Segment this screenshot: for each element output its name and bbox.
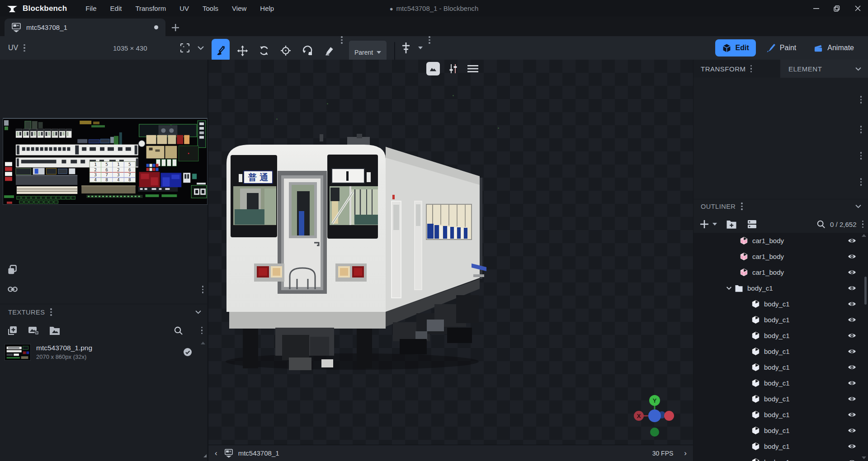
eye-visibility-icon[interactable] [848, 396, 856, 402]
mode-paint-button[interactable]: Paint [760, 39, 803, 56]
eye-visibility-icon[interactable] [848, 364, 856, 370]
search-icon[interactable] [816, 220, 826, 229]
eye-visibility-icon[interactable] [848, 459, 856, 461]
add-caret-icon[interactable] [712, 223, 717, 226]
outliner-list-menu-icon[interactable] [862, 221, 864, 228]
eye-visibility-icon[interactable] [848, 269, 856, 275]
background-image-icon[interactable] [426, 62, 440, 75]
outliner-scroll-down-icon[interactable] [862, 456, 866, 459]
eye-visibility-icon[interactable] [848, 348, 856, 354]
eye-visibility-icon[interactable] [848, 412, 856, 418]
mode-edit-button[interactable]: Edit [715, 39, 756, 56]
eye-visibility-icon[interactable] [848, 317, 856, 323]
outliner-view-toggle-icon[interactable] [747, 219, 757, 229]
eye-visibility-icon[interactable] [848, 443, 856, 449]
previous-model-arrow[interactable]: ‹ [208, 449, 224, 458]
mode-animate-button[interactable]: Animate [807, 39, 861, 56]
eye-visibility-icon[interactable] [848, 333, 856, 339]
minimize-button[interactable] [806, 0, 826, 17]
menu-item-uv[interactable]: UV [173, 1, 196, 16]
chevron-down-icon[interactable] [197, 36, 204, 60]
vertex-snap-tool-button[interactable] [212, 39, 230, 62]
mirror-menu-icon[interactable] [429, 36, 430, 60]
add-cube-icon[interactable] [700, 220, 709, 229]
uv-panel-menu-icon[interactable] [24, 44, 25, 52]
tab-transform[interactable]: TRANSFORM [693, 60, 780, 78]
outliner-item[interactable]: car1_body [693, 264, 868, 280]
menu-item-help[interactable]: Help [253, 1, 281, 16]
outliner-scrollbar[interactable] [864, 277, 867, 305]
mirror-toggle-icon[interactable] [401, 36, 411, 60]
uv-subpanel-menu-icon[interactable] [202, 286, 204, 293]
search-icon[interactable] [174, 326, 183, 335]
chevron-down-icon[interactable] [726, 286, 732, 290]
new-tab-button[interactable] [165, 19, 185, 36]
eye-visibility-icon[interactable] [848, 254, 856, 259]
3d-viewport[interactable]: 普 通 [208, 60, 693, 461]
transform-row-menu-icon[interactable] [860, 96, 862, 103]
outliner-item[interactable]: car1_body [693, 249, 868, 264]
gizmo-y-negative-ball[interactable] [650, 428, 659, 437]
texture-folder-icon[interactable] [49, 325, 61, 335]
menu-item-edit[interactable]: Edit [104, 1, 129, 16]
edit-pen-tool-button[interactable] [320, 39, 338, 62]
menu-item-transform[interactable]: Transform [128, 1, 173, 16]
outliner-item[interactable]: body_c1 [693, 296, 868, 312]
outliner-item[interactable]: body_c1 [693, 375, 868, 391]
outliner-item[interactable]: body_c1 [693, 312, 868, 328]
outliner-item[interactable]: body_c1 [693, 407, 868, 423]
textures-header[interactable]: TEXTURES [0, 304, 208, 320]
outliner-item[interactable]: body_c1 [693, 280, 868, 296]
outliner-item[interactable]: body_c1 [693, 438, 868, 454]
texture-list-scroll-up-icon[interactable] [201, 342, 205, 344]
train-model[interactable]: 普 通 [221, 133, 510, 373]
link-texture-icon[interactable] [6, 284, 19, 295]
uv-texture-preview[interactable]: 1515 2626 3737 4848 [3, 118, 208, 205]
uv-frame-view-button[interactable] [180, 36, 190, 60]
move-tool-button[interactable] [233, 39, 251, 62]
outliner-item[interactable]: body_c1 [693, 391, 868, 407]
copy-paste-icon[interactable] [6, 264, 18, 276]
rotate-view-tool-button[interactable] [298, 39, 316, 62]
eye-visibility-icon[interactable] [848, 380, 856, 386]
eye-visibility-icon[interactable] [848, 428, 856, 433]
import-texture-icon[interactable] [28, 325, 39, 336]
menu-item-tools[interactable]: Tools [196, 1, 225, 16]
orientation-gizmo[interactable]: Y X [627, 389, 682, 443]
outliner-item[interactable]: body_c1 [693, 423, 868, 438]
transform-row-menu-icon[interactable] [860, 126, 862, 133]
create-texture-icon[interactable] [7, 325, 18, 336]
panel-resize-handle[interactable] [203, 454, 207, 457]
outliner-item[interactable]: body_c1 [693, 343, 868, 359]
restore-button[interactable] [826, 0, 847, 17]
transform-row-menu-icon[interactable] [860, 152, 862, 160]
menu-item-file[interactable]: File [79, 1, 103, 16]
project-tab[interactable]: mtc543708_1 [5, 19, 165, 36]
outliner-item[interactable]: body_c1 [693, 454, 868, 461]
next-model-arrow[interactable]: › [678, 449, 693, 458]
add-group-icon[interactable] [726, 220, 737, 229]
pivot-tool-button[interactable] [277, 39, 295, 62]
menu-item-view[interactable]: View [225, 1, 253, 16]
tab-element[interactable]: ELEMENT [780, 60, 868, 78]
eye-visibility-icon[interactable] [848, 285, 856, 291]
textures-menu-icon[interactable] [50, 308, 52, 316]
chevron-down-icon[interactable] [855, 67, 862, 71]
texture-list-item[interactable]: mtc543708_1.png 2070 x 860px (32x) [0, 341, 208, 363]
chevron-down-icon[interactable] [855, 204, 862, 208]
outliner-item[interactable]: body_c1 [693, 359, 868, 375]
tools-menu-icon[interactable] [341, 36, 343, 60]
rotate-tool-button[interactable] [255, 39, 273, 62]
eye-visibility-icon[interactable] [848, 301, 856, 307]
transform-row-menu-icon[interactable] [860, 178, 862, 186]
outliner-header[interactable]: OUTLINER [693, 199, 868, 213]
gizmo-x-negative-ball[interactable] [664, 411, 674, 421]
outliner-item[interactable]: car1_body [693, 233, 868, 249]
mirror-caret-icon[interactable] [418, 36, 423, 60]
transform-menu-icon[interactable] [750, 65, 752, 73]
viewport-menu-icon[interactable] [466, 62, 480, 75]
outliner-scroll-up-icon[interactable] [862, 234, 866, 237]
eye-visibility-icon[interactable] [848, 238, 856, 244]
outliner-item[interactable]: body_c1 [693, 328, 868, 343]
gizmo-center-ball[interactable] [648, 409, 661, 422]
